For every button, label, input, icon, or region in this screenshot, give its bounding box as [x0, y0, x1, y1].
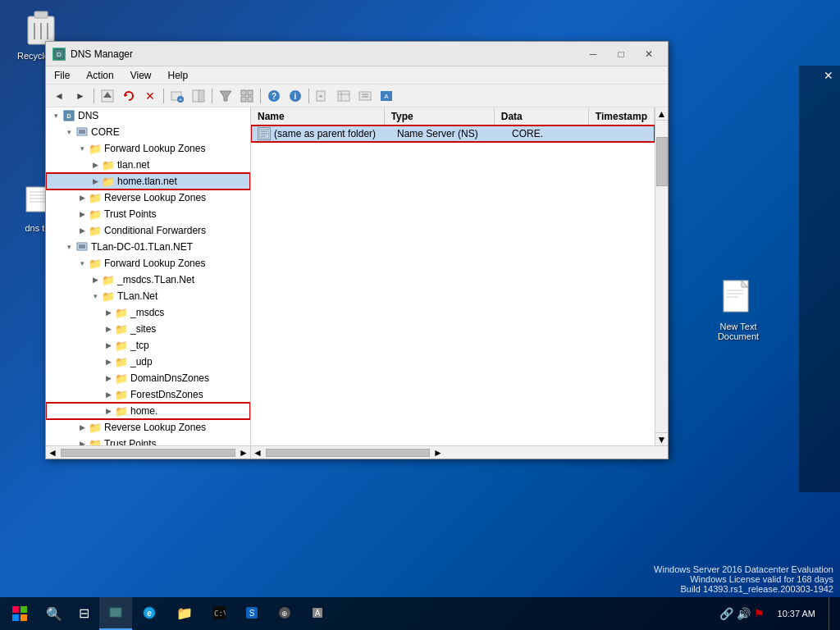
license-line2: Windows License valid for 168 days — [654, 574, 833, 584]
show-desktop-button[interactable] — [829, 597, 833, 630]
taskbar-dns-item[interactable] — [99, 597, 132, 630]
tree-node-msdcs-sub[interactable]: ▶ 📁 _msdcs — [46, 304, 250, 321]
tree-node-rlz-dc01[interactable]: ▶ 📁 Reverse Lookup Zones — [46, 419, 250, 436]
tray-volume-icon[interactable]: 🔊 — [737, 607, 751, 620]
tree-node-tlannet[interactable]: ▾ 📁 TLan.Net — [46, 288, 250, 304]
tree-node-dc01[interactable]: ▾ TLan-DC-01.TLan.NET — [46, 239, 250, 255]
taskbar: 🔍 ⊟ e 📁 C:\ S — [0, 597, 840, 630]
tree-node-domaindns[interactable]: ▶ 📁 DomainDnsZones — [46, 370, 250, 386]
tree-node-udp[interactable]: ▶ 📁 _udp — [46, 354, 250, 370]
tree-node-msdcs-tlan[interactable]: ▶ 📁 _msdcs.TLan.Net — [46, 272, 250, 288]
tree-node-rlz-core[interactable]: ▶ 📁 Reverse Lookup Zones — [46, 189, 250, 206]
tree-node-tcp[interactable]: ▶ 📁 _tcp — [46, 337, 250, 354]
detail-hscrollbar[interactable]: ◄ ► — [251, 446, 668, 459]
svg-text:+: + — [319, 93, 323, 100]
new-zone-button[interactable]: + — [167, 87, 187, 105]
flz-dc01-icon: 📁 — [89, 257, 102, 270]
expand-domaindns: ▶ — [102, 370, 115, 386]
extra1-button[interactable] — [334, 87, 354, 105]
col-header-type[interactable]: Type — [385, 107, 495, 126]
expand-tcp: ▶ — [102, 337, 115, 354]
forward-button[interactable]: ► — [71, 87, 90, 105]
help-button[interactable]: ? — [264, 87, 284, 105]
col-header-timestamp[interactable]: Timestamp — [589, 107, 655, 126]
menu-help[interactable]: Help — [160, 66, 197, 84]
toolbar: ◄ ► ✕ + — [46, 84, 668, 107]
col-header-data[interactable]: Data — [495, 107, 589, 126]
tp-dc01-label: Trust Points — [104, 438, 157, 445]
window-controls: ─ □ ✕ — [581, 46, 661, 62]
content-area: ▾ D DNS ▾ CORE — [46, 107, 668, 445]
tray-notification-icon[interactable]: ⚑ — [754, 607, 765, 620]
taskbar-cmd-item[interactable]: C:\ — [203, 597, 235, 630]
v-scrollbar-thumb[interactable] — [656, 137, 668, 186]
titlebar: D DNS Manager ─ □ ✕ — [46, 42, 668, 66]
close-button[interactable]: ✕ — [637, 46, 661, 62]
rlz-dc01-icon: 📁 — [89, 421, 102, 434]
tray-network-icon[interactable]: 🔗 — [719, 607, 733, 620]
window-title: DNS Manager — [71, 48, 581, 60]
taskbar-ie-item[interactable]: e — [132, 597, 167, 630]
menu-file[interactable]: File — [46, 66, 78, 84]
minimize-button[interactable]: ─ — [581, 46, 605, 62]
tree-node-flz-core[interactable]: ▾ 📁 Forward Lookup Zones — [46, 140, 250, 157]
maximize-button[interactable]: □ — [609, 46, 633, 62]
svg-rect-28 — [241, 97, 246, 102]
side-panel-close[interactable]: ✕ — [824, 69, 833, 82]
detail-row-0[interactable]: (same as parent folder) Name Server (NS)… — [251, 126, 655, 142]
new-record-button[interactable]: + — [313, 87, 332, 105]
license-line3: Build 14393.rs1_release.200303-1942 — [654, 584, 833, 594]
menubar: File Action View Help — [46, 66, 668, 84]
cf-core-icon: 📁 — [89, 224, 102, 237]
refresh-button[interactable] — [119, 87, 139, 105]
svg-marker-19 — [125, 94, 128, 97]
tree-node-sites[interactable]: ▶ 📁 _sites — [46, 321, 250, 337]
tree-node-core[interactable]: ▾ CORE — [46, 124, 250, 140]
rlz-dc01-label: Reverse Lookup Zones — [104, 422, 206, 433]
taskbar-extra3-item[interactable]: A — [301, 597, 334, 630]
svg-rect-49 — [79, 244, 85, 249]
properties-button[interactable] — [189, 87, 208, 105]
taskbar-extra2-item[interactable]: ⊕ — [268, 597, 301, 630]
clock-time: 10:37 AM — [778, 609, 815, 619]
taskbar-clock[interactable]: 10:37 AM — [771, 609, 822, 619]
tree-node-tlan[interactable]: ▶ 📁 tlan.net — [46, 157, 250, 173]
svg-rect-1 — [34, 11, 48, 18]
extra2-button[interactable] — [355, 87, 375, 105]
filter-button[interactable] — [216, 87, 235, 105]
menu-view[interactable]: View — [122, 66, 160, 84]
delete-button[interactable]: ✕ — [140, 87, 160, 105]
tree-node-forestdns[interactable]: ▶ 📁 ForestDnsZones — [46, 386, 250, 403]
cell-name-0: (same as parent folder) — [251, 127, 390, 140]
menu-action[interactable]: Action — [78, 66, 121, 84]
expand-tlannet: ▾ — [89, 288, 102, 304]
taskbar-extra1-item[interactable]: S — [235, 597, 268, 630]
about-button[interactable]: i — [285, 87, 305, 105]
tree-node-tp-core[interactable]: ▶ 📁 Trust Points — [46, 206, 250, 222]
svg-text:e: e — [147, 609, 152, 618]
task-view-button[interactable]: ⊟ — [69, 597, 99, 630]
tree-node-cf-core[interactable]: ▶ 📁 Conditional Forwarders — [46, 222, 250, 239]
v-scrollbar[interactable]: ▲ ▼ — [655, 107, 668, 445]
sep4 — [260, 89, 261, 103]
svg-text:D: D — [66, 113, 71, 119]
search-button[interactable]: 🔍 — [39, 597, 69, 630]
tree-node-home-sub[interactable]: ▶ 📁 home. — [46, 403, 250, 419]
tree-node-flz-dc01[interactable]: ▾ 📁 Forward Lookup Zones — [46, 255, 250, 272]
start-button[interactable] — [0, 597, 39, 630]
col-header-name[interactable]: Name — [251, 107, 385, 126]
taskbar-folder-item[interactable]: 📁 — [167, 597, 203, 630]
view-list-button[interactable] — [237, 87, 257, 105]
new-text-document-icon[interactable]: New Text Document — [705, 279, 771, 341]
tree-node-dns[interactable]: ▾ D DNS — [46, 107, 250, 124]
license-line1: Windows Server 2016 Datacenter Evaluatio… — [654, 564, 833, 574]
back-button[interactable]: ◄ — [49, 87, 69, 105]
tree-node-home-tlan[interactable]: ▶ 📁 home.tlan.net — [46, 173, 250, 189]
tree-node-tp-dc01[interactable]: ▶ 📁 Trust Points — [46, 436, 250, 445]
extra3-button[interactable]: A — [377, 87, 396, 105]
tray-icons: 🔗 🔊 ⚑ — [719, 607, 765, 620]
expand-dc01: ▾ — [62, 239, 75, 255]
tree-hscrollbar[interactable]: ◄ ► — [46, 446, 251, 459]
up-button[interactable] — [98, 87, 117, 105]
expand-cf-core: ▶ — [75, 222, 89, 239]
